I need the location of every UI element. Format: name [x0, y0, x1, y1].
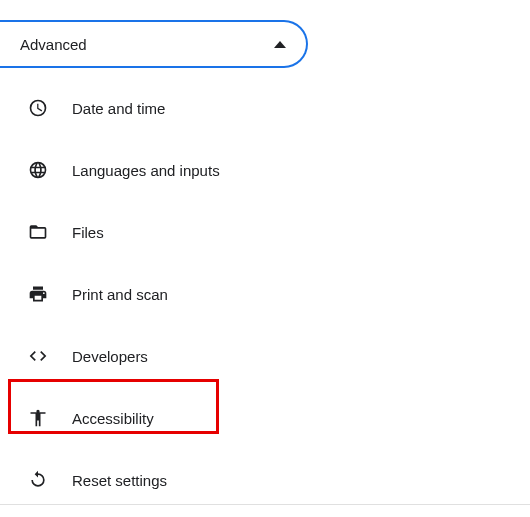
advanced-menu: Date and time Languages and inputs Files…	[0, 84, 530, 517]
menu-item-date-time[interactable]: Date and time	[0, 84, 530, 132]
divider	[0, 504, 530, 505]
globe-icon	[28, 160, 48, 180]
accessibility-icon	[28, 408, 48, 428]
code-icon	[28, 346, 48, 366]
reset-icon	[28, 470, 48, 490]
menu-item-label: Languages and inputs	[72, 162, 220, 179]
menu-item-label: Developers	[72, 348, 148, 365]
advanced-label: Advanced	[20, 36, 87, 53]
menu-item-label: Print and scan	[72, 286, 168, 303]
menu-item-reset-settings[interactable]: Reset settings	[0, 456, 530, 504]
menu-item-label: Reset settings	[72, 472, 167, 489]
menu-item-label: Files	[72, 224, 104, 241]
menu-item-languages[interactable]: Languages and inputs	[0, 146, 530, 194]
menu-item-label: Date and time	[72, 100, 165, 117]
menu-item-files[interactable]: Files	[0, 208, 530, 256]
menu-item-label: Accessibility	[72, 410, 154, 427]
printer-icon	[28, 284, 48, 304]
clock-icon	[28, 98, 48, 118]
caret-up-icon	[274, 41, 286, 48]
menu-item-developers[interactable]: Developers	[0, 332, 530, 380]
advanced-section-header[interactable]: Advanced	[0, 20, 308, 68]
menu-item-print-scan[interactable]: Print and scan	[0, 270, 530, 318]
folder-icon	[28, 222, 48, 242]
menu-item-accessibility[interactable]: Accessibility	[0, 394, 530, 442]
